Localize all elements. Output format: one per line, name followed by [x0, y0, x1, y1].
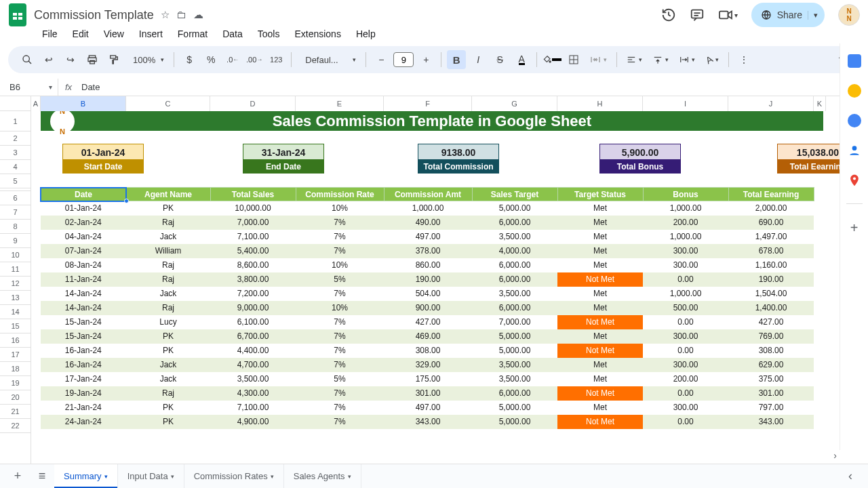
more-icon[interactable]: ⋮ — [734, 50, 753, 69]
meet-icon[interactable]: ▾ — [718, 9, 738, 21]
star-icon[interactable]: ☆ — [161, 9, 170, 21]
table-row[interactable]: 15-Jan-24Lucy6,100.007%427.007,000.00Not… — [31, 315, 814, 329]
col-i[interactable]: I — [643, 96, 728, 111]
undo-icon[interactable]: ↩ — [39, 50, 58, 69]
menu-view[interactable]: View — [97, 26, 131, 42]
cloud-icon[interactable]: ☁ — [193, 9, 203, 21]
contacts-icon[interactable] — [848, 144, 861, 157]
increase-font-icon[interactable]: + — [416, 50, 435, 69]
table-row[interactable]: 14-Jan-24Jack7,200.007%504.003,500.00Met… — [31, 287, 814, 301]
add-on-icon[interactable]: + — [850, 220, 859, 236]
table-row[interactable]: 04-Jan-24Jack7,100.007%497.003,500.00Met… — [31, 230, 814, 244]
maps-icon[interactable] — [848, 174, 861, 187]
table-row[interactable]: 07-Jan-24William5,400.007%378.004,000.00… — [31, 244, 814, 258]
table-row[interactable]: 15-Jan-24PK6,700.007%469.005,000.00Met30… — [31, 329, 814, 344]
table-row[interactable]: 02-Jan-24Raj7,000.007%490.006,000.00Met2… — [31, 216, 814, 230]
table-row[interactable]: 16-Jan-24PK4,400.007%308.005,000.00Not M… — [31, 344, 814, 358]
explore-button[interactable]: ‹ — [838, 469, 863, 483]
col-a[interactable]: A — [31, 96, 41, 111]
share-button[interactable]: Share ▾ — [751, 3, 825, 27]
menu-tools[interactable]: Tools — [251, 26, 287, 42]
menu-insert[interactable]: Insert — [132, 26, 170, 42]
merge-button[interactable]: ▾ — [586, 50, 611, 69]
grid[interactable]: NN Sales Commission Template in Google S… — [31, 111, 868, 474]
menu-data[interactable]: Data — [216, 26, 250, 42]
tasks-icon[interactable] — [848, 114, 861, 127]
zoom-select[interactable]: 100%▾ — [126, 50, 168, 69]
font-select[interactable]: Defaul...▾ — [297, 50, 360, 69]
decrease-decimal-icon[interactable]: .0← — [223, 50, 242, 69]
col-f[interactable]: F — [384, 96, 472, 111]
table-row[interactable]: 08-Jan-24Raj8,600.0010%860.006,000.00Met… — [31, 258, 814, 272]
strike-button[interactable]: S — [490, 50, 509, 69]
italic-button[interactable]: I — [469, 50, 488, 69]
table-row[interactable]: 19-Jan-24Raj4,300.007%301.006,000.00Not … — [31, 386, 814, 401]
all-sheets-button[interactable]: ≡ — [30, 469, 54, 483]
account-avatar[interactable]: NN — [838, 4, 860, 26]
table-row[interactable]: 01-Jan-24PK10,000.0010%1,000.005,000.00M… — [31, 201, 814, 216]
col-k[interactable]: K — [814, 96, 826, 111]
print-icon[interactable] — [83, 50, 102, 69]
scroll-right-icon[interactable]: › — [833, 450, 837, 461]
font-size-input[interactable] — [393, 52, 414, 67]
name-box[interactable]: B6▾ — [0, 79, 58, 96]
col-e[interactable]: E — [296, 96, 384, 111]
header-agent-name[interactable]: Agent Name — [126, 188, 210, 201]
header-total-sales[interactable]: Total Sales — [210, 188, 296, 201]
col-d[interactable]: D — [210, 96, 296, 111]
history-icon[interactable] — [661, 7, 676, 22]
header-bonus[interactable]: Bonus — [643, 188, 728, 201]
halign-button[interactable]: ▾ — [623, 50, 646, 69]
menu-help[interactable]: Help — [349, 26, 382, 42]
table-row[interactable]: 24-Jan-24PK4,900.007%343.005,000.00Not M… — [31, 415, 814, 429]
menu-file[interactable]: File — [35, 26, 64, 42]
move-icon[interactable]: 🗀 — [176, 9, 186, 21]
header-commission-amt[interactable]: Commission Amt — [384, 188, 472, 201]
table-row[interactable]: 21-Jan-24PK7,100.007%497.005,000.00Met30… — [31, 401, 814, 415]
table-row[interactable]: 11-Jan-24Raj3,800.005%190.006,000.00Not … — [31, 272, 814, 287]
tab-commission-rates[interactable]: Commission Rates▾ — [184, 464, 284, 489]
rotate-button[interactable]: A▾ — [702, 50, 722, 69]
col-j[interactable]: J — [728, 96, 814, 111]
header-date[interactable]: Date — [41, 188, 126, 201]
more-formats-icon[interactable]: 123 — [267, 50, 285, 69]
search-icon[interactable] — [18, 50, 37, 69]
header-total-eearning[interactable]: Total Eearning — [728, 188, 814, 201]
currency-icon[interactable]: $ — [180, 50, 199, 69]
decrease-font-icon[interactable]: − — [372, 50, 391, 69]
col-g[interactable]: G — [472, 96, 557, 111]
tab-summary[interactable]: Summary▾ — [54, 464, 118, 489]
text-color-button[interactable]: A — [512, 50, 531, 69]
header-commission-rate[interactable]: Commission Rate — [296, 188, 384, 201]
add-sheet-button[interactable]: + — [5, 469, 30, 483]
col-b[interactable]: B — [41, 96, 126, 111]
doc-title[interactable]: Commission Template — [34, 8, 154, 22]
tab-input-data[interactable]: Input Data▾ — [118, 464, 184, 489]
menu-edit[interactable]: Edit — [66, 26, 96, 42]
col-h[interactable]: H — [557, 96, 643, 111]
share-caret-icon[interactable]: ▾ — [808, 11, 818, 20]
select-all-cell[interactable] — [0, 96, 31, 111]
table-row[interactable]: 17-Jan-24Jack3,500.005%175.003,500.00Met… — [31, 372, 814, 386]
header-sales-target[interactable]: Sales Target — [472, 188, 557, 201]
menu-extensions[interactable]: Extensions — [288, 26, 347, 42]
borders-button[interactable] — [564, 50, 583, 69]
table-row[interactable]: 14-Jan-24Raj9,000.0010%900.006,000.00Met… — [31, 301, 814, 315]
sheets-logo-icon[interactable] — [8, 3, 27, 27]
valign-button[interactable]: ▾ — [649, 50, 673, 69]
keep-icon[interactable] — [848, 84, 861, 98]
tab-sales-agents[interactable]: Sales Agents▾ — [284, 464, 361, 489]
bold-button[interactable]: B — [447, 50, 466, 69]
header-target-status[interactable]: Target Status — [557, 188, 643, 201]
fill-color-button[interactable] — [542, 50, 561, 69]
calendar-icon[interactable] — [848, 54, 861, 68]
table-row[interactable]: 16-Jan-24Jack4,700.007%329.003,500.00Met… — [31, 358, 814, 372]
redo-icon[interactable]: ↪ — [61, 50, 80, 69]
percent-icon[interactable]: % — [201, 50, 220, 69]
formula-input[interactable]: Date — [79, 82, 100, 92]
wrap-button[interactable]: ▾ — [675, 50, 699, 69]
menu-format[interactable]: Format — [171, 26, 214, 42]
col-c[interactable]: C — [126, 96, 210, 111]
paint-format-icon[interactable] — [104, 50, 123, 69]
increase-decimal-icon[interactable]: .00→ — [245, 50, 264, 69]
